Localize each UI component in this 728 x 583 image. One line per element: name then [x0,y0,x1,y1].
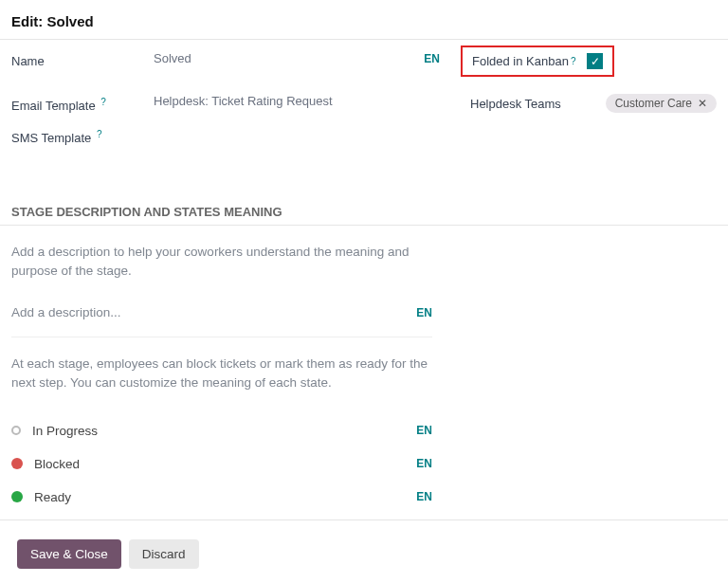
description-row: Add a description... EN [11,301,432,337]
description-input[interactable]: Add a description... [11,305,409,319]
help-icon[interactable]: ? [100,97,106,107]
check-icon: ✓ [591,55,600,68]
close-icon[interactable]: ✕ [698,97,707,110]
lang-button-desc[interactable]: EN [416,306,432,319]
help-icon[interactable]: ? [571,56,576,66]
state-row: ReadyEN [11,481,432,514]
label-folded: Folded in Kanban [472,54,569,68]
name-input[interactable]: Solved [154,51,416,65]
team-tag-label: Customer Care [615,97,692,110]
state-row: In ProgressEN [11,414,432,447]
help-icon[interactable]: ? [97,129,102,139]
status-dot-icon[interactable] [11,491,23,502]
hint-description: Add a description to help your coworkers… [11,243,432,282]
lang-button-state[interactable]: EN [416,490,432,503]
states-list: In ProgressENBlockedENReadyEN [11,414,432,514]
state-row: BlockedEN [11,447,432,481]
hint-states: At each stage, employees can block ticke… [11,355,432,393]
label-name: Name [11,51,154,68]
dialog-header: Edit: Solved [0,0,728,40]
team-tag[interactable]: Customer Care ✕ [606,94,717,113]
row-email-and-teams: Email Template ? Helpdesk: Ticket Rating… [11,94,717,113]
label-email-text: Email Template [11,99,96,113]
section-body: Add a description to help your coworkers… [0,226,444,514]
save-button[interactable]: Save & Close [17,539,121,569]
discard-button[interactable]: Discard [129,539,199,569]
label-sms: SMS Template ? [11,126,154,145]
fold-highlight: Folded in Kanban ? ✓ [461,46,614,77]
value-name: Solved EN [154,51,440,65]
dialog-footer: Save & Close Discard [0,520,728,580]
row-sms: SMS Template ? [11,126,717,145]
value-email: Helpdesk: Ticket Rating Request [154,94,440,108]
status-dot-icon[interactable] [11,458,23,469]
lang-button-name[interactable]: EN [424,52,440,65]
section-title: STAGE DESCRIPTION AND STATES MEANING [0,199,728,225]
state-name-input[interactable]: In Progress [32,424,409,438]
folded-checkbox[interactable]: ✓ [587,53,603,69]
state-name-input[interactable]: Ready [34,490,409,504]
lang-button-state[interactable]: EN [416,424,432,437]
label-helpdesk-teams: Helpdesk Teams [470,97,606,111]
row-name-and-fold: Name Solved EN Folded in Kanban ? ✓ [11,51,717,81]
right-fold: Folded in Kanban ? ✓ [470,51,717,81]
form-content: Name Solved EN Folded in Kanban ? ✓ Emai… [0,40,728,171]
status-dot-icon[interactable] [11,426,21,435]
right-teams: Helpdesk Teams Customer Care ✕ [470,94,717,113]
lang-button-state[interactable]: EN [416,457,432,470]
label-sms-text: SMS Template [11,132,91,146]
label-email: Email Template ? [11,94,154,113]
email-template-input[interactable]: Helpdesk: Ticket Rating Request [154,94,440,108]
dialog-title: Edit: Solved [11,13,717,29]
state-name-input[interactable]: Blocked [34,457,409,471]
